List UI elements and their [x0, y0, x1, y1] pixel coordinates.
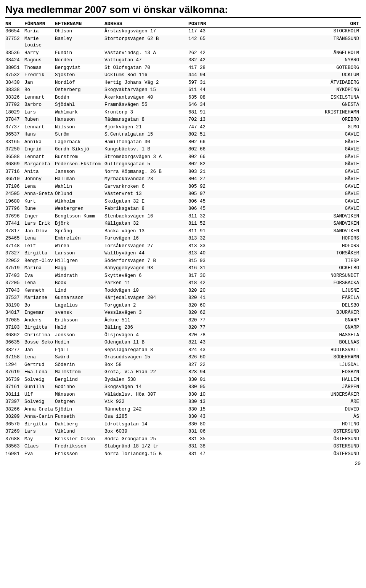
- col-adress: Krontorp 3: [104, 109, 188, 116]
- col-efternamn: Eriksson: [55, 317, 104, 324]
- col-efternamn: Wahlin: [55, 184, 104, 190]
- col-postnr: 597 31: [188, 80, 215, 86]
- table-row: 1294GertrudSöderinBox 58827 22LJUSDAL: [5, 361, 361, 369]
- col-efternamn: Hägg: [55, 265, 104, 272]
- col-ort: HUDIKSVALL: [215, 347, 361, 354]
- table-row: 36739SolveigBerglindBydalen 538830 01HAL…: [5, 376, 361, 384]
- col-fornamn: Marie Louise: [24, 36, 55, 49]
- col-postnr: 830 80: [188, 421, 215, 428]
- col-efternamn: Ström: [55, 131, 104, 138]
- col-ort: GIMO: [215, 124, 361, 131]
- table-row: 37702BarbroSjödahlFramnäsvägen 55646 34G…: [5, 101, 361, 109]
- table-row: 33165AnnikaLagerbäckHamiltongatan 30802 …: [5, 139, 361, 146]
- col-postnr: 831 47: [188, 451, 215, 458]
- col-nr: 37441: [5, 220, 24, 227]
- table-row: 34817IngemarsvenskVesslavägen 3820 62BJU…: [5, 309, 361, 317]
- col-nr: 37537: [5, 295, 24, 302]
- col-nr: 37085: [5, 317, 24, 324]
- col-adress: Björkvägen 21: [104, 124, 188, 131]
- col-efternamn: Nilsson: [55, 124, 104, 131]
- col-efternamn: Språng: [55, 228, 104, 235]
- col-fornamn: Solveig: [24, 377, 55, 383]
- col-nr: 38277: [5, 347, 24, 354]
- col-adress: Gräsuddsvägen 15: [104, 354, 188, 361]
- table-row: 36570BirgittaDahlbergIdrottsgatan 14830 …: [5, 421, 361, 428]
- col-efternamn: Dahlberg: [55, 421, 104, 428]
- col-nr: 36588: [5, 154, 24, 161]
- col-fornamn: Lars Erik: [24, 220, 55, 227]
- col-ort: GNARP: [215, 324, 361, 331]
- col-efternamn: Björk: [55, 220, 104, 227]
- col-adress: Furuvägen 16: [104, 235, 188, 242]
- col-adress: Skolgatan 32 E: [104, 198, 188, 205]
- col-postnr: 831 38: [188, 443, 215, 450]
- col-nr: 37702: [5, 102, 24, 109]
- col-fornamn: Gertrud: [24, 362, 55, 369]
- table-row: 16981EvaErikssonNorra Torlandsg.15 B831 …: [5, 451, 361, 458]
- col-adress: Åckne 511: [104, 317, 188, 324]
- col-nr: 36869: [5, 161, 24, 168]
- col-ort: GÄVLE: [215, 198, 361, 205]
- col-efternamn: Wirén: [55, 243, 104, 250]
- col-efternamn: Embretzén: [55, 235, 104, 242]
- col-adress: Stortorpsvägen 62 B: [104, 36, 188, 49]
- col-nr: 16981: [5, 451, 24, 458]
- col-fornamn: Annika: [24, 139, 55, 146]
- col-ort: STOCKHOLM: [215, 28, 361, 35]
- table-row: 37106LenaWahlinGarvarkroken 6805 92GÄVLE: [5, 183, 361, 191]
- col-nr: 22052: [5, 258, 24, 265]
- col-adress: Backa vägen 13: [104, 228, 188, 235]
- col-ort: ÖSTERSUND: [215, 428, 361, 435]
- col-postnr: 611 44: [188, 87, 215, 94]
- col-nr: 38209: [5, 414, 24, 420]
- table-row: 37161GunillaGodinhoSkogsvägen 14830 05JÄ…: [5, 383, 361, 391]
- col-efternamn: Godinho: [55, 384, 104, 391]
- col-ort: GÄVLE: [215, 176, 361, 183]
- col-header-ort: ORT: [215, 21, 361, 27]
- table-row: 36862ChristinaJonssonÖlsjövägen 4820 78H…: [5, 332, 361, 339]
- col-postnr: 820 78: [188, 332, 215, 339]
- col-fornamn: Eva: [24, 451, 55, 458]
- col-efternamn: Månsson: [55, 391, 104, 398]
- col-ort: GÄVLE: [215, 191, 361, 198]
- col-fornamn: Marianne: [24, 295, 55, 302]
- col-adress: Bäling 286: [104, 324, 188, 331]
- col-fornamn: Birgitta: [24, 421, 55, 428]
- col-efternamn: Fundin: [55, 50, 104, 57]
- col-nr: 38051: [5, 65, 24, 72]
- table-row: 38051ThomasBergqvistSt Olofsgatan 70417 …: [5, 64, 361, 72]
- table-row: 37103BirgittaHaldBäling 286820 77GNARP: [5, 324, 361, 332]
- col-adress: St Olofsgatan 70: [104, 65, 188, 72]
- col-postnr: 821 43: [188, 339, 215, 346]
- col-ort: GÄVLE: [215, 169, 361, 176]
- col-adress: Vik 922: [104, 399, 188, 406]
- col-nr: 38563: [5, 443, 24, 450]
- col-postnr: 817 30: [188, 273, 215, 280]
- col-ort: ÅTVIDABERG: [215, 80, 361, 86]
- col-fornamn: Lennart: [24, 124, 55, 131]
- col-adress: Torggatan 2: [104, 302, 188, 309]
- col-efternamn: Lagelius: [55, 302, 104, 309]
- table-row: 37148LeifWirénTorsåkersvägen 27813 33HOF…: [5, 243, 361, 250]
- col-adress: Åkerkantsvägen 40: [104, 94, 188, 101]
- table-row: 37441Lars ErikBjörkKällgatan 32811 52SAN…: [5, 220, 361, 228]
- col-ort: FÄRILA: [215, 295, 361, 302]
- col-nr: 37817: [5, 228, 24, 235]
- col-adress: Ölsjövägen 4: [104, 332, 188, 339]
- col-efternamn: Fredriksson: [55, 443, 104, 450]
- col-ort: GÄVLE: [215, 161, 361, 168]
- col-fornamn: Claes: [24, 443, 55, 450]
- col-fornamn: Ulf: [24, 391, 55, 398]
- col-postnr: 802 66: [188, 139, 215, 146]
- col-nr: 37106: [5, 184, 24, 190]
- col-postnr: 820 77: [188, 324, 215, 331]
- col-nr: 37688: [5, 436, 24, 443]
- col-fornamn: Birgitta: [24, 324, 55, 331]
- col-adress: Roddvägen 10: [104, 288, 188, 294]
- col-nr: 38266: [5, 406, 24, 413]
- col-postnr: 142 65: [188, 36, 215, 49]
- table-row: 38563ClaesFredrikssonStabgränd 18 1/2 tr…: [5, 443, 361, 451]
- col-ort: NYKÖPING: [215, 87, 361, 94]
- col-adress: Ösa 1285: [104, 414, 188, 420]
- col-efternamn: Nordlöf: [55, 80, 104, 86]
